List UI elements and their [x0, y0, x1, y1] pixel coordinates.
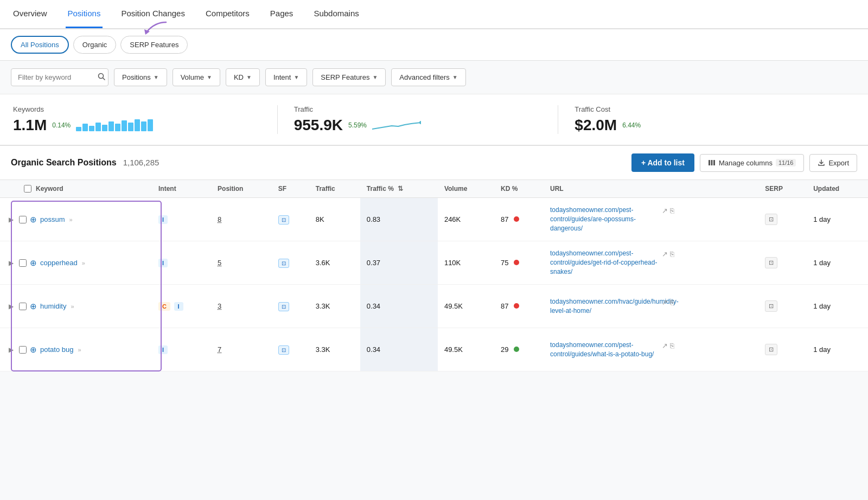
intent-filter[interactable]: Intent ▼ [265, 68, 307, 86]
kd-cell: 87 [494, 285, 544, 328]
kd-difficulty-dot [514, 260, 519, 265]
add-keyword-icon[interactable]: ⊕ [30, 258, 37, 268]
row-checkbox[interactable] [19, 259, 27, 267]
add-keyword-icon[interactable]: ⊕ [30, 215, 37, 225]
th-kd: KD % [494, 180, 544, 198]
updated-cell: 1 day [807, 285, 868, 328]
data-table: Keyword Intent Position SF Traffic Traff… [0, 180, 868, 371]
tab-all-positions[interactable]: All Positions [11, 36, 69, 54]
serp-preview-button[interactable]: ⊡ [765, 257, 777, 268]
sf-icon: ⊡ [278, 345, 289, 355]
th-position: Position [211, 180, 272, 198]
advanced-filters-button[interactable]: Advanced filters ▼ [391, 68, 465, 86]
table-row: ▶ ⊕ potato bug » I 7 [0, 328, 868, 371]
nav-position-changes[interactable]: Position Changes [119, 0, 187, 28]
external-link-icon[interactable]: ↗ [662, 342, 668, 350]
export-button[interactable]: Export [809, 154, 857, 172]
expand-row-button[interactable]: ▶ [7, 214, 16, 226]
serp-preview-button[interactable]: ⊡ [765, 300, 777, 312]
volume-cell: 246K [438, 198, 494, 241]
keywords-badge: 0.14% [52, 121, 71, 129]
updated-cell: 1 day [807, 198, 868, 241]
th-url: URL [544, 180, 758, 198]
external-link-icon[interactable]: ↗ [662, 207, 668, 215]
position-cell: 8 [211, 198, 272, 241]
position-value: 8 [218, 215, 221, 223]
th-serp: SERP [758, 180, 807, 198]
serp-cell: ⊡ [758, 198, 807, 241]
nav-subdomains[interactable]: Subdomains [311, 0, 361, 28]
table-count: 1,106,285 [123, 158, 159, 167]
chevron-down-icon: ▼ [246, 74, 252, 80]
keyword-cell: ▶ ⊕ potato bug » [7, 344, 145, 356]
keyword-link[interactable]: humidity [40, 302, 66, 310]
table-row: ▶ ⊕ possum » I 8 [0, 198, 868, 241]
copy-icon[interactable]: ⎘ [670, 207, 674, 215]
traffic-cell: 3.3K [309, 328, 360, 371]
intent-cell: I [152, 328, 211, 371]
row-checkbox[interactable] [19, 303, 27, 310]
intent-badge: I [158, 345, 168, 354]
url-link[interactable]: todayshomeowner.com/pest-control/guides/… [550, 206, 659, 233]
row-checkbox[interactable] [19, 216, 27, 223]
copy-icon[interactable]: ⎘ [670, 342, 674, 350]
manage-columns-button[interactable]: Manage columns 11/16 [700, 154, 805, 172]
serp-features-filter[interactable]: SERP Features ▼ [312, 68, 386, 86]
table-row: ▶ ⊕ copperhead » I 5 [0, 241, 868, 285]
keyword-link[interactable]: possum [40, 215, 65, 223]
url-link[interactable]: todayshomeowner.com/hvac/guide/humidity-… [550, 297, 659, 316]
intent-cell: C I [152, 285, 211, 328]
serp-preview-button[interactable]: ⊡ [765, 214, 777, 225]
add-keyword-icon[interactable]: ⊕ [30, 302, 37, 311]
url-link[interactable]: todayshomeowner.com/pest-control/guides/… [550, 249, 659, 276]
tab-organic[interactable]: Organic [73, 36, 117, 54]
keyword-expand-icon: » [82, 260, 85, 266]
keyword-link[interactable]: copperhead [40, 259, 78, 267]
traffic-stat: Traffic 955.9K 5.59% [294, 105, 559, 134]
columns-icon [708, 159, 716, 166]
copy-icon[interactable]: ⎘ [670, 298, 674, 306]
top-nav: Overview Positions Position Changes Comp… [0, 0, 868, 29]
expand-row-button[interactable]: ▶ [7, 257, 16, 269]
nav-positions[interactable]: Positions [66, 0, 103, 28]
kd-cell: 29 [494, 328, 544, 371]
chevron-down-icon: ▼ [372, 74, 378, 80]
nav-pages[interactable]: Pages [268, 0, 296, 28]
keywords-bar-chart [76, 119, 153, 131]
url-link[interactable]: todayshomeowner.com/pest-control/guides/… [550, 341, 659, 359]
search-button[interactable] [98, 73, 105, 82]
traffic-pct-cell: 0.37 [360, 241, 438, 285]
row-checkbox[interactable] [19, 346, 27, 354]
serp-preview-button[interactable]: ⊡ [765, 344, 777, 355]
volume-filter[interactable]: Volume ▼ [173, 68, 220, 86]
traffic-cost-stat: Traffic Cost $2.0M 6.44% [575, 105, 839, 134]
tab-serp-features[interactable]: SERP Features [120, 36, 188, 54]
keyword-search-input[interactable] [11, 68, 108, 86]
table-title-wrapper: Organic Search Positions 1,106,285 [11, 158, 159, 168]
keyword-link[interactable]: potato bug [40, 345, 73, 354]
expand-row-button[interactable]: ▶ [7, 344, 16, 356]
external-link-icon[interactable]: ↗ [662, 298, 668, 306]
traffic-cost-label: Traffic Cost [575, 105, 822, 113]
url-cell: todayshomeowner.com/hvac/guide/humidity-… [544, 285, 758, 328]
position-value: 3 [218, 302, 221, 310]
serp-cell: ⊡ [758, 241, 807, 285]
add-to-list-button[interactable]: + Add to list [631, 153, 694, 172]
external-link-icon[interactable]: ↗ [662, 250, 668, 258]
positions-filter[interactable]: Positions ▼ [114, 68, 167, 86]
add-keyword-icon[interactable]: ⊕ [30, 345, 37, 355]
position-cell: 7 [211, 328, 272, 371]
nav-overview[interactable]: Overview [11, 0, 49, 28]
keyword-expand-icon: » [69, 216, 73, 223]
traffic-label: Traffic [294, 105, 542, 113]
traffic-pct-cell: 0.34 [360, 328, 438, 371]
kd-filter[interactable]: KD ▼ [226, 68, 260, 86]
th-traffic-pct[interactable]: Traffic % ⇅ [360, 180, 438, 198]
traffic-cell: 3.3K [309, 285, 360, 328]
table-thead: Keyword Intent Position SF Traffic Traff… [0, 180, 868, 198]
copy-icon[interactable]: ⎘ [670, 250, 674, 258]
nav-competitors[interactable]: Competitors [203, 0, 252, 28]
volume-cell: 110K [438, 241, 494, 285]
select-all-checkbox[interactable] [24, 185, 31, 193]
expand-row-button[interactable]: ▶ [7, 300, 16, 312]
